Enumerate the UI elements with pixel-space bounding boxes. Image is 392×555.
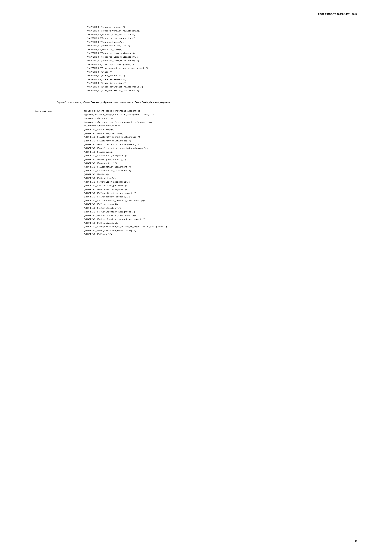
mapping-item: (/MAPPING_OF(Independent_property)/) — [84, 195, 167, 199]
variant-2-block: Вариант 2: если экземпляр объекта Docume… — [35, 101, 357, 104]
mapping-item: (/MAPPING_OF(Organization)/) — [84, 221, 167, 225]
ref-line-container: Ссылочный путь: applied_document_usage_c… — [35, 109, 357, 236]
document-header: ГОСТ Р ИСО/ТС 10303-1467—2014 — [318, 13, 357, 15]
mapping-item: (/MAPPING_OF(Condition_parameter)/) — [84, 184, 167, 188]
mapping-item: (/MAPPING_OF(Resource_item_assignment)/) — [85, 51, 357, 55]
mapping-item: (/MAPPING_OF(Property_representation)/) — [85, 37, 357, 40]
mapping-item: (/MAPPING_OF(Justification_support_assig… — [84, 218, 167, 221]
mapping-item: (/MAPPING_OF(Condition)/) — [84, 176, 167, 180]
mapping-item: (/MAPPING_OF(Organization_or_person_in_o… — [84, 225, 167, 229]
mapping-item: (/MAPPING_OF(Independent_property_relati… — [84, 199, 167, 203]
mapping-item: (/MAPPING_OF(State_definition)/) — [85, 81, 357, 85]
mapping-item: (/MAPPING_OF(Justification_assignment)/) — [84, 210, 167, 214]
mapping-item: (/MAPPING_OF(Item_assumed)/) — [84, 203, 167, 206]
mapping-item: (/MAPPING_OF(Organization_relationship)/… — [84, 229, 167, 233]
ref-fixed-line: document_reference_item *> rm_document_r… — [84, 120, 167, 124]
mapping-item: (/MAPPING_OF(State_definition_relationsh… — [85, 85, 357, 89]
mapping-item: (/MAPPING_OF(Approval)/) — [84, 150, 167, 154]
ref-content: applied_document_usage_constraint_assign… — [84, 109, 167, 236]
top-mapping-block: (/MAPPING_OF(Product_version)/)(/MAPPING… — [35, 25, 357, 93]
mapping-item: (/MAPPING_OF(Activity_method_relationshi… — [84, 135, 167, 139]
ref-fixed-line: applied_document_usage_constraint_assign… — [84, 113, 167, 117]
variant-text: Вариант 2: если экземпляр объекта Docume… — [57, 101, 357, 104]
mapping-item: (/MAPPING_OF(Risk_perception_source_assi… — [85, 66, 357, 70]
mapping-item: (/MAPPING_OF(Risk_impact_assignment)/) — [85, 63, 357, 66]
mapping-item: (/MAPPING_OF(State)/) — [85, 70, 357, 74]
mapping-item: (/MAPPING_OF(View_definition_relationshi… — [85, 89, 357, 93]
mapping-item: (/MAPPING_OF(Justification)/) — [84, 206, 167, 210]
mapping-item: (/MAPPING_OF(Assigned_property)/) — [84, 158, 167, 161]
mapping-item: (/MAPPING_OF(Activity_relationship)/) — [84, 139, 167, 143]
top-mapping-list: (/MAPPING_OF(Product_version)/)(/MAPPING… — [85, 25, 357, 93]
mapping-item: (/MAPPING_OF(Person)/) — [84, 232, 167, 236]
mapping-item: (/MAPPING_OF(Resource_item_realization)/… — [85, 55, 357, 59]
ref-fixed-line: rm_document_reference_item = — [84, 124, 167, 128]
mapping-item: (/MAPPING_OF(Assumption_relationship)/) — [84, 169, 167, 173]
mapping-item: (/MAPPING_OF(Activity_method)/) — [84, 132, 167, 135]
mapping-item: (/MAPPING_OF(Resource_item_relationship)… — [85, 59, 357, 63]
ref-label: Ссылочный путь: — [35, 109, 84, 236]
mapping-item: (/MAPPING_OF(Product_view_definition)/) — [85, 33, 357, 37]
mapping-item: (/MAPPING_OF(Resource_item)/) — [85, 48, 357, 51]
mapping-item: (/MAPPING_OF(Assumption)/) — [84, 161, 167, 165]
mapping-item: (/MAPPING_OF(Condition_assignment)/) — [84, 180, 167, 184]
mapping-item: (/MAPPING_OF(Assumption_assignment)/) — [84, 165, 167, 169]
mapping-item: (/MAPPING_OF(State_assertion)/) — [85, 74, 357, 78]
ref-fixed-line: applied_document_usage_constraint_assign… — [84, 109, 167, 113]
page-number: 41 — [355, 540, 357, 542]
mapping-item: (/MAPPING_OF(Applied_activity_assignment… — [84, 143, 167, 146]
mapping-item: (/MAPPING_OF(Identification_assignment)/… — [84, 191, 167, 195]
mapping-item: (/MAPPING_OF(Product_version)/) — [85, 25, 357, 29]
mapping-item: (/MAPPING_OF(Approval_assignment)/) — [84, 154, 167, 158]
variant-bold2: Partial_document_assignment — [142, 101, 170, 103]
mapping-item: (/MAPPING_OF(Applied_activity_method_ass… — [84, 146, 167, 150]
mapping-item: (/MAPPING_OF(Product_version_relationshi… — [85, 29, 357, 33]
mapping-item: (/MAPPING_OF(Document_assignment)/) — [84, 188, 167, 191]
ref-fixed-line: document_reference_item — [84, 117, 167, 120]
mapping-item: (/MAPPING_OF(Representation_item)/) — [85, 44, 357, 48]
mapping-item: (/MAPPING_OF(State_assessment)/) — [85, 78, 357, 81]
mapping-item: (/MAPPING_OF(Justification_relationship)… — [84, 214, 167, 218]
mapping-item: (/MAPPING_OF(Representation)/) — [85, 40, 357, 44]
ref-block: Ссылочный путь: applied_document_usage_c… — [35, 109, 357, 236]
variant-bold1: Document_assignment — [91, 101, 112, 103]
mapping-item: (/MAPPING_OF(Class)/) — [84, 173, 167, 176]
mapping-item: (/MAPPING_OF(Activity)/) — [84, 128, 167, 132]
variant-mid: является экземпляром объекта — [112, 101, 142, 103]
variant-prefix: Вариант 2: если экземпляр объекта — [57, 101, 91, 103]
